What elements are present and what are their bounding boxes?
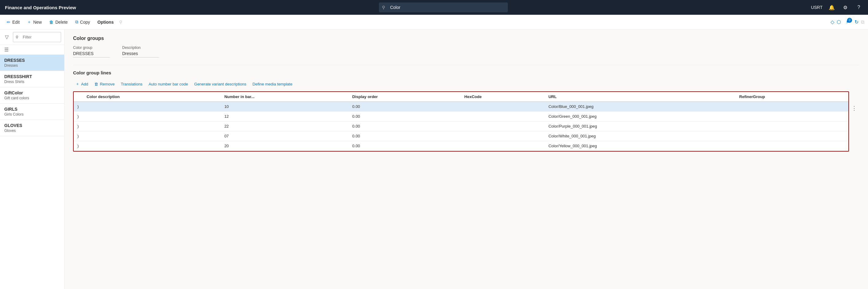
- row-number-in-bar: 10: [221, 102, 349, 112]
- sidebar-item-title: DRESSES: [4, 58, 60, 63]
- sidebar: ▽ ⚲ ☰ DRESSES Dresses DRESSSHIRT Dress S…: [0, 30, 64, 289]
- col-url[interactable]: URL: [545, 92, 735, 102]
- diamond-icon[interactable]: ◇: [831, 19, 834, 25]
- puzzle-icon[interactable]: ⬡: [837, 19, 841, 25]
- row-url: Color/Purple_000_001.jpeg: [545, 121, 735, 131]
- row-refiner-group: [736, 102, 848, 112]
- filter-search-icon: ⚲: [16, 35, 19, 39]
- main-layout: ▽ ⚲ ☰ DRESSES Dresses DRESSSHIRT Dress S…: [0, 30, 868, 289]
- top-nav-right: USRT 🔔 ⚙ ?: [811, 3, 863, 12]
- table-row[interactable]: ) 07 0.00 Color/White_000_001.jpeg: [74, 131, 848, 141]
- sidebar-item-title: GiftColor: [4, 90, 60, 95]
- sidebar-item-sub: Dresses: [4, 63, 60, 68]
- auto-number-button[interactable]: Auto number bar code: [146, 80, 191, 88]
- search-input[interactable]: [379, 2, 508, 12]
- generate-button[interactable]: Generate variant descriptions: [192, 80, 249, 88]
- row-hexcode: [461, 112, 545, 121]
- row-display-order: 0.00: [348, 141, 461, 151]
- sidebar-item-sub: Gift card colors: [4, 96, 60, 100]
- row-refiner-group: [736, 131, 848, 141]
- translations-button[interactable]: Translations: [119, 80, 145, 88]
- refresh-icon[interactable]: ↻: [855, 19, 859, 25]
- col-number-in-bar[interactable]: Number in bar...: [221, 92, 349, 102]
- new-button[interactable]: ＋ New: [24, 18, 45, 27]
- row-display-order: 0.00: [348, 131, 461, 141]
- row-indicator: ): [74, 131, 83, 141]
- row-number-in-bar: 12: [221, 112, 349, 121]
- col-color-description[interactable]: Color description: [83, 92, 221, 102]
- row-indicator: ): [74, 121, 83, 131]
- edit-button[interactable]: ✏ Edit: [4, 18, 23, 26]
- sidebar-item-dresses[interactable]: DRESSES Dresses: [0, 55, 64, 71]
- content-area: Color groups Color group DRESSES Descrip…: [64, 30, 868, 289]
- more-options-icon[interactable]: ⋮: [849, 104, 859, 113]
- search-icon: ⚲: [382, 5, 385, 10]
- filter-icon[interactable]: ▽: [3, 32, 10, 42]
- row-number-in-bar: 07: [221, 131, 349, 141]
- settings-icon[interactable]: ⚙: [841, 3, 849, 12]
- col-refiner-group[interactable]: RefinerGroup: [736, 92, 848, 102]
- sidebar-item-girls[interactable]: GIRLS Girls Colors: [0, 104, 64, 120]
- delete-button[interactable]: 🗑 Delete: [46, 18, 71, 26]
- section-divider: [73, 65, 859, 65]
- add-button[interactable]: ＋ Add: [73, 80, 91, 88]
- sidebar-hamburger: ☰: [0, 45, 64, 55]
- sidebar-item-gloves[interactable]: GLOVES Gloves: [0, 120, 64, 136]
- col-hexcode[interactable]: HexCode: [461, 92, 545, 102]
- toolbar-right: ◇ ⬡ ⚑ 0 ↻ ⧉: [831, 18, 864, 26]
- remove-button[interactable]: 🗑 Remove: [92, 80, 117, 88]
- top-nav: Finance and Operations Preview ⚲ USRT 🔔 …: [0, 0, 868, 15]
- table-row[interactable]: ) 22 0.00 Color/Purple_000_001.jpeg: [74, 121, 848, 131]
- sidebar-tools: ▽ ⚲: [0, 30, 64, 45]
- sidebar-item-sub: Girls Colors: [4, 112, 60, 117]
- row-indicator: ): [74, 141, 83, 151]
- table-row[interactable]: ) 12 0.00 Color/Green_000_001.jpeg: [74, 112, 848, 121]
- edit-icon: ✏: [7, 20, 10, 25]
- copy-icon: ⧉: [75, 19, 78, 25]
- plus-icon: ＋: [75, 81, 80, 87]
- options-button[interactable]: Options: [94, 18, 117, 26]
- define-media-button[interactable]: Define media template: [250, 80, 295, 88]
- sidebar-item-sub: Gloves: [4, 128, 60, 133]
- badge-icon[interactable]: ⚑ 0: [843, 18, 852, 26]
- row-hexcode: [461, 102, 545, 112]
- sidebar-filter-wrapper: ⚲: [13, 32, 61, 42]
- sidebar-items: DRESSES Dresses DRESSSHIRT Dress Shirts …: [0, 55, 64, 289]
- color-group-value: DRESSES: [73, 51, 110, 57]
- row-url: Color/Yellow_000_001.jpeg: [545, 141, 735, 151]
- badge-count: 0: [847, 18, 852, 23]
- search-icon-toolbar[interactable]: ⚲: [118, 20, 123, 25]
- sidebar-item-giftcolor[interactable]: GiftColor Gift card colors: [0, 87, 64, 104]
- sidebar-item-sub: Dress Shirts: [4, 80, 60, 84]
- hamburger-icon[interactable]: ☰: [2, 45, 10, 54]
- description-field: Description Dresses: [122, 46, 159, 57]
- delete-icon: 🗑: [49, 20, 54, 25]
- row-hexcode: [461, 131, 545, 141]
- row-color-description: [83, 112, 221, 121]
- row-url: Color/White_000_001.jpeg: [545, 131, 735, 141]
- row-display-order: 0.00: [348, 112, 461, 121]
- sidebar-item-dressshirt[interactable]: DRESSSHIRT Dress Shirts: [0, 71, 64, 87]
- help-icon[interactable]: ?: [855, 3, 863, 12]
- row-color-description: [83, 131, 221, 141]
- color-group-lines-table: Color description Number in bar... Displ…: [74, 92, 848, 151]
- copy-button[interactable]: ⧉ Copy: [72, 18, 93, 26]
- filter-input[interactable]: [20, 33, 58, 40]
- toolbar-left: ✏ Edit ＋ New 🗑 Delete ⧉ Copy Options ⚲: [4, 18, 123, 27]
- new-icon: ＋: [27, 19, 31, 25]
- row-refiner-group: [736, 141, 848, 151]
- description-value: Dresses: [122, 51, 159, 57]
- col-display-order[interactable]: Display order: [348, 92, 461, 102]
- search-wrapper: ⚲: [379, 2, 508, 12]
- row-url: Color/Blue_000_001.jpeg: [545, 102, 735, 112]
- table-row[interactable]: ) 10 0.00 Color/Blue_000_001.jpeg: [74, 102, 848, 112]
- color-group-field: Color group DRESSES: [73, 46, 110, 57]
- row-number-in-bar: 22: [221, 121, 349, 131]
- notification-icon[interactable]: 🔔: [828, 3, 836, 12]
- form-grid: Color group DRESSES Description Dresses: [73, 46, 859, 57]
- pin-icon[interactable]: ⧉: [861, 19, 864, 25]
- row-display-order: 0.00: [348, 121, 461, 131]
- app-title: Finance and Operations Preview: [5, 5, 76, 10]
- table-row[interactable]: ) 20 0.00 Color/Yellow_000_001.jpeg: [74, 141, 848, 151]
- trash-icon: 🗑: [94, 82, 98, 86]
